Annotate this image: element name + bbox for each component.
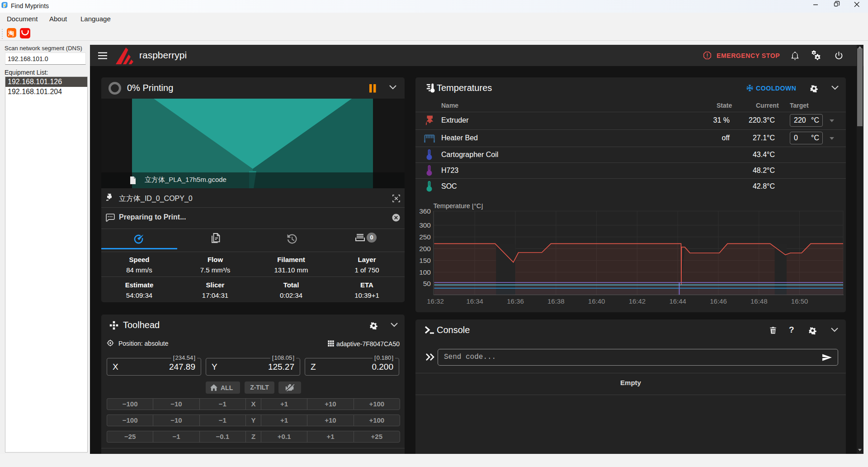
svg-text:16:44: 16:44 <box>669 297 686 305</box>
svg-text:50: 50 <box>423 280 431 287</box>
svg-text:16:34: 16:34 <box>466 297 483 305</box>
svg-text:250: 250 <box>419 233 431 241</box>
svg-text:Temperature [°C]: Temperature [°C] <box>434 204 483 210</box>
svg-text:16:46: 16:46 <box>710 297 727 305</box>
svg-text:16:42: 16:42 <box>629 297 646 305</box>
svg-text:150: 150 <box>419 257 431 264</box>
svg-text:300: 300 <box>419 221 431 229</box>
svg-text:16:50: 16:50 <box>791 297 808 305</box>
svg-text:16:48: 16:48 <box>750 297 768 305</box>
svg-text:16:40: 16:40 <box>588 297 605 305</box>
svg-text:360: 360 <box>419 207 431 215</box>
svg-text:16:32: 16:32 <box>427 297 444 305</box>
svg-text:200: 200 <box>419 245 431 253</box>
svg-text:100: 100 <box>419 268 431 276</box>
svg-text:16:38: 16:38 <box>547 297 565 305</box>
svg-text:16:36: 16:36 <box>507 297 524 305</box>
